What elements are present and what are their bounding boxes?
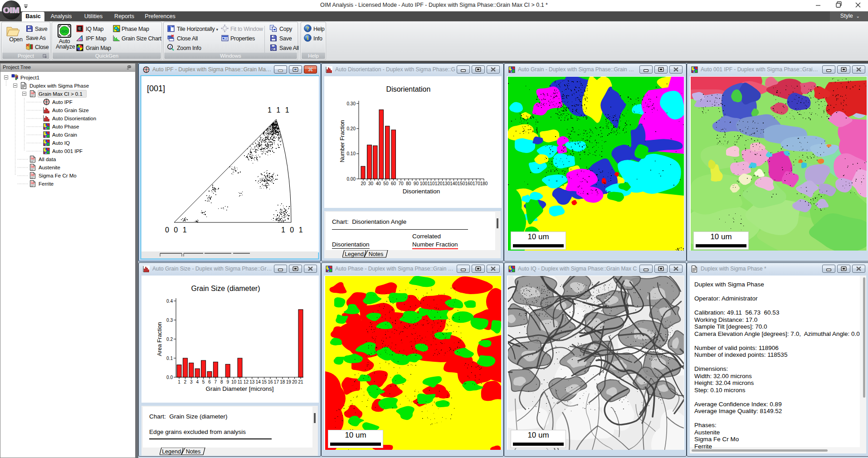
svg-text:13: 13 (249, 379, 255, 384)
svg-text:Notes: Notes (186, 448, 201, 455)
svg-text:20: 20 (361, 181, 366, 186)
svg-text:2: 2 (184, 379, 187, 384)
svg-text:8: 8 (220, 379, 223, 384)
svg-text:Number Fraction: Number Fraction (339, 120, 346, 162)
svg-text:160: 160 (465, 181, 473, 186)
svg-text:180: 180 (480, 181, 488, 186)
svg-text:Grain Diameter [microns]: Grain Diameter [microns] (205, 385, 273, 392)
svg-text:40: 40 (376, 181, 381, 186)
svg-text:130: 130 (443, 181, 450, 186)
svg-text:80: 80 (406, 181, 411, 186)
svg-text:1 0 1: 1 0 1 (281, 226, 304, 234)
svg-text:20: 20 (292, 379, 297, 384)
svg-text:0.10: 0.10 (347, 151, 356, 156)
svg-text:0 0 1: 0 0 1 (165, 226, 188, 234)
svg-text:150: 150 (458, 181, 465, 186)
svg-text:1: 1 (178, 379, 180, 384)
svg-text:7: 7 (215, 379, 217, 384)
svg-text:110: 110 (428, 181, 435, 186)
svg-text:60: 60 (391, 181, 396, 186)
svg-text:Notes: Notes (369, 251, 384, 257)
svg-text:0.1: 0.1 (166, 356, 173, 361)
svg-text:21: 21 (298, 379, 303, 384)
svg-text:12: 12 (244, 379, 249, 384)
svg-text:Legend: Legend (345, 251, 364, 257)
svg-text:100: 100 (420, 181, 428, 186)
svg-text:15: 15 (262, 379, 267, 384)
svg-text:30: 30 (368, 181, 374, 186)
svg-text:0.2: 0.2 (166, 337, 173, 342)
svg-text:Disorientation: Disorientation (386, 85, 431, 93)
svg-text:3: 3 (190, 379, 193, 384)
svg-text:17: 17 (274, 379, 279, 384)
svg-text:5: 5 (202, 379, 205, 384)
svg-text:50: 50 (383, 181, 389, 186)
svg-text:9: 9 (226, 379, 229, 384)
svg-text:14: 14 (256, 379, 261, 384)
svg-text:[001]: [001] (147, 84, 165, 93)
svg-text:90: 90 (414, 181, 419, 186)
svg-text:i: i (170, 45, 171, 49)
svg-text:0.3: 0.3 (166, 318, 173, 323)
svg-text:4: 4 (196, 379, 199, 384)
svg-text:Legend: Legend (162, 448, 181, 455)
svg-text:1 1 1: 1 1 1 (268, 106, 291, 114)
svg-text:16: 16 (268, 379, 273, 384)
svg-text:0.0: 0.0 (166, 375, 173, 380)
svg-text:120: 120 (435, 181, 443, 186)
svg-text:70: 70 (399, 181, 404, 186)
svg-text:Grain Size (diameter): Grain Size (diameter) (191, 285, 260, 292)
svg-text:18: 18 (280, 379, 285, 384)
svg-text:Disorientation: Disorientation (403, 188, 440, 195)
svg-text:170: 170 (473, 181, 480, 186)
svg-text:0.30: 0.30 (347, 101, 356, 106)
svg-text:140: 140 (450, 181, 458, 186)
svg-text:6: 6 (208, 379, 211, 384)
svg-text:0.20: 0.20 (347, 126, 356, 131)
svg-text:0.00: 0.00 (347, 177, 356, 182)
svg-text:GO: GO (61, 29, 68, 34)
svg-text:11: 11 (238, 379, 243, 384)
svg-text:?: ? (307, 26, 309, 31)
svg-text:Area Fraction: Area Fraction (156, 322, 163, 356)
svg-text:10: 10 (231, 379, 237, 384)
svg-text:0.4: 0.4 (166, 299, 173, 304)
svg-text:19: 19 (286, 379, 292, 384)
